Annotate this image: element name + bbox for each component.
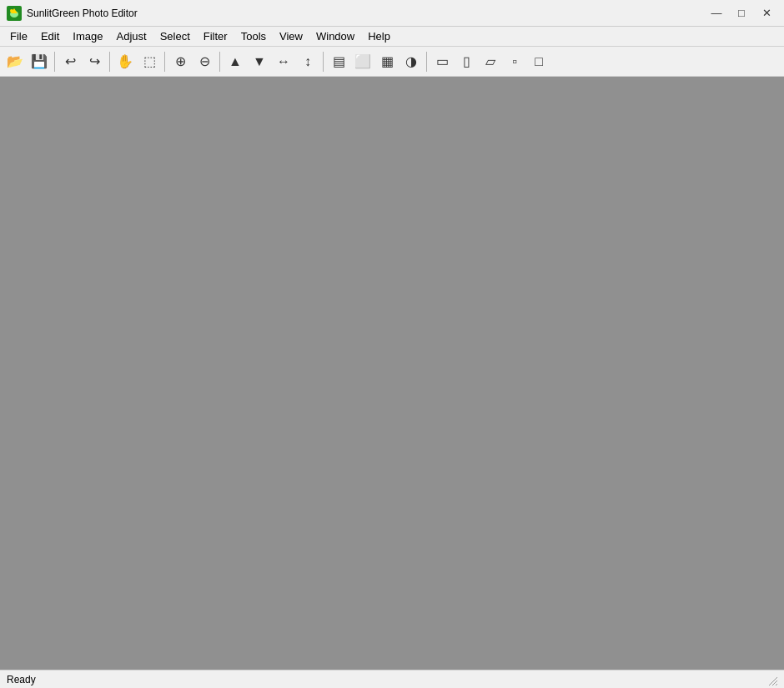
frame2-button[interactable]: ▯	[455, 50, 478, 73]
menu-item-edit[interactable]: Edit	[34, 27, 66, 46]
toolbar-separator-5	[323, 52, 324, 72]
open-button[interactable]: 📂	[3, 50, 27, 73]
app-title: SunlitGreen Photo Editor	[27, 8, 138, 19]
brightness-up-button[interactable]: ▲	[224, 50, 247, 73]
frame5-button[interactable]: □	[527, 50, 550, 73]
status-text: Ready	[7, 674, 36, 685]
resize-grip-icon	[766, 674, 777, 685]
status-right	[766, 674, 777, 685]
crop-button[interactable]: ⬜	[351, 50, 374, 73]
menu-item-adjust[interactable]: Adjust	[110, 27, 153, 46]
toolbar-separator-2	[109, 52, 110, 72]
close-button[interactable]: ✕	[756, 4, 777, 23]
toolbar-separator-3	[164, 52, 165, 72]
menu-item-help[interactable]: Help	[361, 27, 397, 46]
maximize-button[interactable]: □	[731, 4, 752, 23]
flip-v-button[interactable]: ↕	[296, 50, 319, 73]
frame4-button[interactable]: ▫	[503, 50, 526, 73]
menu-item-tools[interactable]: Tools	[234, 27, 273, 46]
window-controls: — □ ✕	[706, 4, 777, 23]
canvas-area	[0, 77, 784, 670]
status-bar: Ready	[0, 670, 784, 688]
menu-item-file[interactable]: File	[3, 27, 34, 46]
svg-line-6	[776, 684, 777, 685]
menu-item-window[interactable]: Window	[309, 27, 361, 46]
toolbar-separator-1	[54, 52, 55, 72]
hand-button[interactable]: ✋	[113, 50, 137, 73]
brightness-down-button[interactable]: ▼	[248, 50, 271, 73]
flip-h-button[interactable]: ↔	[272, 50, 295, 73]
app-icon	[7, 6, 22, 21]
menu-bar: FileEditImageAdjustSelectFilterToolsView…	[0, 27, 784, 47]
layers-button[interactable]: ▦	[375, 50, 399, 73]
frame3-button[interactable]: ▱	[479, 50, 502, 73]
menu-item-image[interactable]: Image	[66, 27, 109, 46]
title-left: SunlitGreen Photo Editor	[7, 6, 138, 21]
minimize-button[interactable]: —	[706, 4, 727, 23]
toolbar-separator-6	[426, 52, 427, 72]
menu-item-select[interactable]: Select	[153, 27, 197, 46]
frame1-button[interactable]: ▭	[430, 50, 454, 73]
menu-item-view[interactable]: View	[273, 27, 309, 46]
exposure-button[interactable]: ◑	[400, 50, 423, 73]
toolbar-separator-4	[219, 52, 220, 72]
zoom-out-button[interactable]: ⊖	[193, 50, 216, 73]
save-button[interactable]: 💾	[28, 50, 51, 73]
svg-point-3	[10, 9, 13, 13]
toolbar: 📂💾↩↪✋⬚⊕⊖▲▼↔↕▤⬜▦◑▭▯▱▫□	[0, 47, 784, 77]
zoom-in-button[interactable]: ⊕	[168, 50, 192, 73]
redo-button[interactable]: ↪	[83, 50, 106, 73]
histogram-button[interactable]: ▤	[327, 50, 350, 73]
menu-item-filter[interactable]: Filter	[197, 27, 234, 46]
select-button[interactable]: ⬚	[138, 50, 161, 73]
title-bar: SunlitGreen Photo Editor — □ ✕	[0, 0, 784, 27]
undo-button[interactable]: ↩	[58, 50, 82, 73]
